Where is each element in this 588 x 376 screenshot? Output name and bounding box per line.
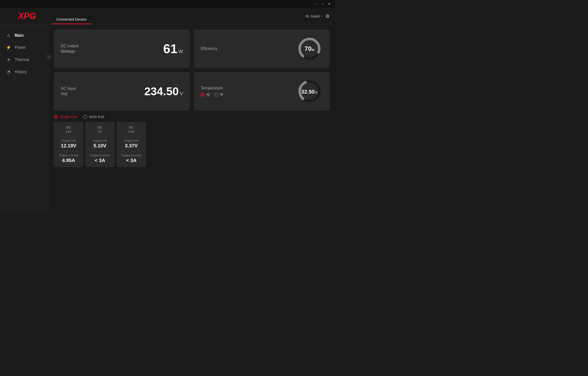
close-button[interactable]: ✕ xyxy=(326,0,333,7)
efficiency-gauge: 70% xyxy=(296,35,323,62)
bottom-section: Single Rail Multi Rail DC12V Output Volt… xyxy=(54,115,330,167)
temperature-card: Temperature °C °F xyxy=(194,72,330,111)
voltage-unit: V xyxy=(180,91,183,96)
single-rail-option[interactable]: Single Rail xyxy=(54,115,77,119)
dc-12v-volt-label: Output Volt xyxy=(58,139,79,142)
second-row: AC InputVolt 234.50 V Temperature °C xyxy=(54,72,330,111)
efficiency-label: Efficiency xyxy=(201,46,217,51)
dc-33v-volt-section: Output Volt 3.37V xyxy=(121,139,142,149)
voltage-card: AC InputVolt 234.50 V xyxy=(54,72,190,111)
dc-12v-divider1 xyxy=(58,136,79,137)
voltage-value-container: 234.50 V xyxy=(144,85,183,98)
sidebar-label-power: Power xyxy=(15,45,26,50)
rail-selector: Single Rail Multi Rail xyxy=(54,115,330,119)
sidebar-item-history[interactable]: ◔ History xyxy=(0,66,49,78)
user-greeting: Hi, Guest xyxy=(306,14,320,18)
voltage-value: 234.50 xyxy=(144,85,179,98)
dc-card-12v: DC12V Output Volt 12.19V Output Current … xyxy=(54,122,83,167)
temperature-value: 32.50°C xyxy=(301,88,318,95)
sidebar-item-main[interactable]: ⌂ Main xyxy=(0,29,49,41)
dc-33v-divider1 xyxy=(121,136,142,137)
dc-5v-divider1 xyxy=(90,136,110,137)
temperature-label: Temperature xyxy=(201,86,223,90)
dc-5v-current-label: Output Current xyxy=(90,154,110,157)
dc-33v-divider2 xyxy=(121,151,142,151)
efficiency-card: Efficiency 70% xyxy=(194,29,330,68)
maximize-button[interactable]: □ xyxy=(319,0,326,7)
single-rail-label: Single Rail xyxy=(60,115,77,119)
sidebar-label-history: History xyxy=(15,70,27,74)
sidebar-label-thermal: Thermal xyxy=(15,58,29,62)
home-icon: ⌂ xyxy=(6,33,11,38)
header: XPG Connected Device Hi, Guest ▾ ⚙ xyxy=(0,8,335,24)
header-right: Hi, Guest ▾ ⚙ xyxy=(306,13,335,19)
wattage-value: 61 xyxy=(163,41,177,56)
dc-33v-current-label: Output Current xyxy=(121,154,142,157)
dc-card-5v: DC5V Output Volt 5.10V Output Current < … xyxy=(85,122,115,167)
wattage-card: DC outputWattage 61 W xyxy=(54,29,190,68)
sidebar: ⌂ Main ⚡ Power ✳ Thermal ◔ History xyxy=(0,24,49,212)
dc-12v-current-value: 4.95A xyxy=(58,158,79,163)
nav-tab-connected-device[interactable]: Connected Device xyxy=(51,8,91,24)
dc-5v-volt-section: Output Volt 5.10V xyxy=(90,139,110,149)
settings-icon[interactable]: ⚙ xyxy=(325,13,330,19)
voltage-label: AC InputVolt xyxy=(61,86,76,97)
dc-12v-current-section: Output Current 4.95A xyxy=(58,154,79,163)
app-logo: XPG xyxy=(0,11,49,21)
dc-12v-volt-section: Output Volt 12.19V xyxy=(58,139,79,149)
sidebar-collapse-button[interactable]: ‹ xyxy=(46,54,51,59)
celsius-option[interactable]: °C xyxy=(201,93,210,97)
fahrenheit-option[interactable]: °F xyxy=(214,93,223,97)
single-rail-radio[interactable] xyxy=(54,115,58,119)
power-icon: ⚡ xyxy=(6,45,11,50)
dc-33v-volt-label: Output Volt xyxy=(121,139,142,142)
dc-33v-current-section: Output Current < 3A xyxy=(121,154,142,163)
dc-12v-divider2 xyxy=(58,151,79,151)
main-panel: DC outputWattage 61 W Efficiency 70% xyxy=(49,24,335,212)
wattage-value-container: 61 W xyxy=(163,41,183,56)
user-dropdown-icon[interactable]: ▾ xyxy=(321,15,322,17)
main-content: ⌂ Main ⚡ Power ✳ Thermal ◔ History ‹ DC … xyxy=(0,24,335,212)
history-icon: ◔ xyxy=(6,69,11,75)
dc-33v-volt-value: 3.37V xyxy=(121,143,142,149)
multi-rail-label: Multi Rail xyxy=(89,115,104,119)
fahrenheit-radio[interactable] xyxy=(214,93,218,97)
dc-12v-title: DC12V xyxy=(58,126,79,134)
sidebar-item-power[interactable]: ⚡ Power xyxy=(0,41,49,54)
dc-12v-current-label: Output Current xyxy=(58,154,79,157)
titlebar: ─ □ ✕ xyxy=(0,0,335,8)
top-row: DC outputWattage 61 W Efficiency 70% xyxy=(54,29,330,68)
sidebar-item-thermal[interactable]: ✳ Thermal xyxy=(0,54,49,66)
sidebar-label-main: Main xyxy=(15,33,24,38)
efficiency-value: 70% xyxy=(305,45,314,53)
fahrenheit-label: °F xyxy=(220,93,223,97)
nav-tabs: Connected Device xyxy=(49,8,91,24)
celsius-radio[interactable] xyxy=(201,93,205,97)
dc-33v-title: DC3.3V xyxy=(121,126,142,134)
dc-card-33v: DC3.3V Output Volt 3.37V Output Current … xyxy=(117,122,146,167)
dc-5v-current-value: < 3A xyxy=(90,158,110,163)
multi-rail-radio[interactable] xyxy=(83,115,87,119)
multi-rail-option[interactable]: Multi Rail xyxy=(83,115,104,119)
dc-33v-current-value: < 3A xyxy=(121,158,142,163)
dc-12v-volt-value: 12.19V xyxy=(58,143,79,149)
logo-text: XPG xyxy=(18,11,36,21)
minimize-button[interactable]: ─ xyxy=(312,0,319,7)
thermal-icon: ✳ xyxy=(6,57,11,62)
dc-5v-volt-value: 5.10V xyxy=(90,143,110,149)
dc-5v-title: DC5V xyxy=(90,126,110,134)
temperature-content: Temperature °C °F xyxy=(201,86,223,97)
wattage-label: DC outputWattage xyxy=(61,43,78,54)
dc-5v-current-section: Output Current < 3A xyxy=(90,154,110,163)
dc-cards-container: DC12V Output Volt 12.19V Output Current … xyxy=(54,122,330,167)
celsius-label: °C xyxy=(206,93,210,97)
temperature-gauge: 32.50°C xyxy=(296,78,323,105)
wattage-unit: W xyxy=(178,49,183,54)
user-info: Hi, Guest ▾ xyxy=(306,14,322,18)
dc-5v-divider2 xyxy=(90,151,110,151)
temperature-units: °C °F xyxy=(201,93,223,97)
dc-5v-volt-label: Output Volt xyxy=(90,139,110,142)
